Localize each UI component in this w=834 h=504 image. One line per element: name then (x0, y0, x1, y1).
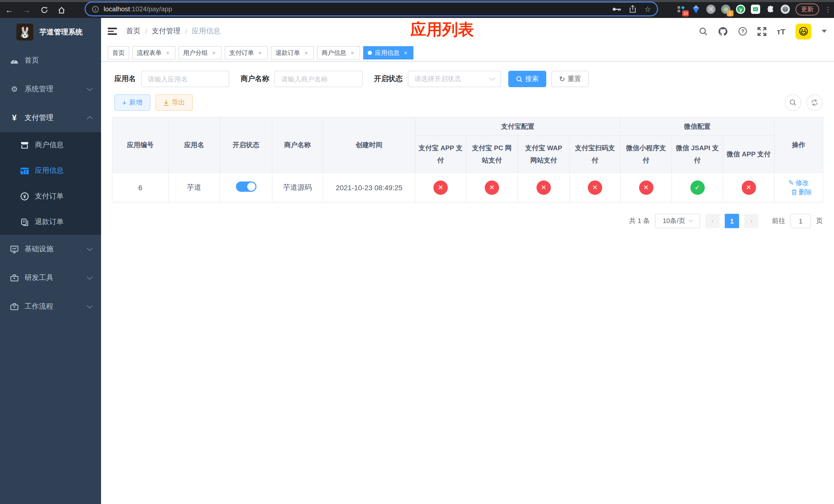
col-header-alipay-pc: 支付宝 PC 网站支付 (466, 136, 518, 173)
col-header-wx-app: 微信 APP 支付 (723, 136, 774, 173)
page-annotation-title: 应用列表 (410, 19, 474, 41)
status-wx-mini-icon: ✕ (639, 180, 653, 194)
toggle-search-button[interactable] (785, 94, 801, 111)
browser-update-button[interactable]: 更新 (795, 3, 819, 15)
status-alipay-pc-icon: ✕ (485, 180, 499, 194)
cell-merchant: 芋道源码 (272, 173, 323, 202)
sidebar-toggle-icon[interactable] (108, 26, 118, 37)
user-menu-caret-icon[interactable] (822, 30, 827, 33)
status-select[interactable]: 请选择开启状态 (408, 71, 501, 87)
github-icon[interactable] (718, 26, 728, 36)
sidebar-item-system[interactable]: ⚙ 系统管理 (0, 75, 101, 104)
tab-merchant-info[interactable]: 商户信息 (317, 46, 360, 60)
fullscreen-icon[interactable] (758, 27, 767, 36)
share-icon[interactable] (630, 5, 636, 13)
extension-command-icon[interactable]: ⌘ (706, 5, 716, 14)
prev-page-button[interactable]: ‹ (705, 214, 720, 228)
refresh-icon: ↻ (559, 75, 565, 83)
browser-reload-icon[interactable] (39, 5, 49, 15)
col-header-ops: 操作 (774, 117, 823, 173)
enabled-toggle[interactable] (236, 182, 256, 192)
main-area: 首页 / 支付管理 / 应用信息 应用列表 ? т (101, 18, 834, 504)
help-icon[interactable]: ? (738, 27, 748, 36)
tab-user-group[interactable]: 用户分组 (178, 46, 222, 60)
extension-y-icon[interactable]: y (736, 5, 745, 14)
font-size-icon[interactable]: тT (777, 27, 785, 36)
goto-page-input[interactable] (790, 214, 811, 228)
tab-close-icon[interactable] (257, 50, 263, 56)
page-size-select[interactable]: 10条/页 (655, 214, 700, 228)
col-header-app-name: 应用名 (169, 117, 220, 173)
extension-chat-icon[interactable] (751, 5, 760, 14)
extension-blocks-icon[interactable]: 10 (677, 5, 686, 14)
tab-pay-order[interactable]: 支付订单 (225, 46, 268, 60)
col-header-wx-jsapi: 微信 JSAPI 支付 (672, 136, 723, 173)
screen: ← → localhost:1024/pay/app ☆ (0, 0, 834, 504)
table-toolbar: + 新增 导出 (101, 87, 834, 111)
browser-menu-icon[interactable]: ⋮ (825, 5, 829, 13)
browser-home-icon[interactable] (57, 5, 67, 15)
extension-circle-icon[interactable]: 1 (721, 5, 730, 14)
user-avatar[interactable]: 😃 (795, 23, 811, 39)
reset-button[interactable]: ↻ 重置 (551, 71, 589, 87)
sidebar-item-devtools[interactable]: 研发工具 (0, 264, 101, 292)
add-button[interactable]: + 新增 (114, 94, 150, 111)
page-number-current[interactable]: 1 (725, 214, 739, 228)
sidebar-item-workflow[interactable]: 工作流程 (0, 292, 101, 321)
tab-close-icon[interactable] (211, 50, 217, 56)
url-text[interactable]: localhost:1024/pay/app (104, 5, 172, 13)
app-name-label: 应用名 (114, 74, 136, 84)
tab-close-icon[interactable] (164, 50, 171, 56)
breadcrumb-home[interactable]: 首页 (126, 27, 140, 36)
chevron-down-icon (87, 85, 93, 91)
breadcrumb-payment[interactable]: 支付管理 (152, 27, 180, 36)
search-icon[interactable] (699, 27, 708, 36)
sidebar-item-payment[interactable]: ¥ 支付管理 (0, 104, 101, 132)
tab-app-info-active[interactable]: 应用信息 (363, 46, 413, 60)
next-page-button[interactable]: › (744, 214, 759, 228)
documents-icon (21, 218, 29, 226)
password-key-icon[interactable] (612, 6, 621, 12)
chevron-down-icon (87, 303, 93, 308)
pagination: 共 1 条 10条/页 ‹ 1 › 前往 页 (101, 203, 834, 228)
tab-process-form[interactable]: 流程表单 (132, 46, 175, 60)
refresh-table-button[interactable] (806, 94, 823, 111)
extension-gem-icon[interactable] (692, 5, 701, 14)
tab-home[interactable]: 首页 (108, 46, 129, 60)
cell-created-at: 2021-10-23 08:49:25 (323, 173, 415, 202)
tag-tabs-bar: 首页 流程表单 用户分组 支付订单 退款订单 商户信息 应用信息 (101, 45, 834, 62)
sidebar-item-refund-order[interactable]: 退款订单 (0, 209, 101, 235)
app-name-input[interactable] (141, 71, 229, 87)
sidebar-logo[interactable]: 🐰 芋道管理系统 (0, 18, 101, 46)
page-unit-label: 页 (816, 216, 823, 226)
col-header-alipay-app: 支付宝 APP 支付 (415, 136, 466, 173)
sidebar-item-infrastructure[interactable]: 基础设施 (0, 235, 101, 264)
merchant-name-input[interactable] (275, 71, 363, 87)
extensions-puzzle-icon[interactable] (766, 5, 775, 14)
navbar: 首页 / 支付管理 / 应用信息 应用列表 ? т (101, 18, 834, 45)
profile-avatar-icon[interactable]: 😄 (781, 5, 790, 14)
sidebar-item-home[interactable]: 首页 (0, 46, 101, 75)
export-button[interactable]: 导出 (155, 94, 193, 111)
search-button[interactable]: 搜索 (508, 71, 546, 87)
sidebar-item-pay-order[interactable]: ¥ 支付订单 (0, 184, 101, 209)
bookmark-star-icon[interactable]: ☆ (644, 5, 651, 13)
status-alipay-app-icon: ✕ (433, 180, 448, 194)
merchant-name-label: 商户名称 (241, 74, 269, 84)
status-label: 开启状态 (374, 74, 403, 84)
delete-link[interactable]: 删除 (791, 187, 812, 197)
tab-close-icon[interactable] (403, 50, 409, 56)
group-header-alipay: 支付宝配置 (415, 117, 620, 136)
sidebar-item-merchant-info[interactable]: 商户信息 (0, 132, 101, 158)
browser-toolbar: ← → localhost:1024/pay/app ☆ (0, 0, 834, 18)
tab-close-icon[interactable] (303, 50, 309, 56)
edit-link[interactable]: ✎修改 (788, 178, 809, 187)
site-info-icon[interactable] (92, 5, 99, 13)
address-bar[interactable]: localhost:1024/pay/app ☆ (85, 2, 658, 17)
tab-refund-order[interactable]: 退款订单 (271, 46, 314, 60)
sidebar-item-app-info[interactable]: 应用信息 (0, 158, 101, 184)
browser-forward-icon[interactable]: → (22, 5, 32, 15)
browser-back-icon[interactable]: ← (4, 5, 14, 15)
col-header-status: 开启状态 (220, 117, 272, 173)
tab-close-icon[interactable] (349, 50, 355, 56)
